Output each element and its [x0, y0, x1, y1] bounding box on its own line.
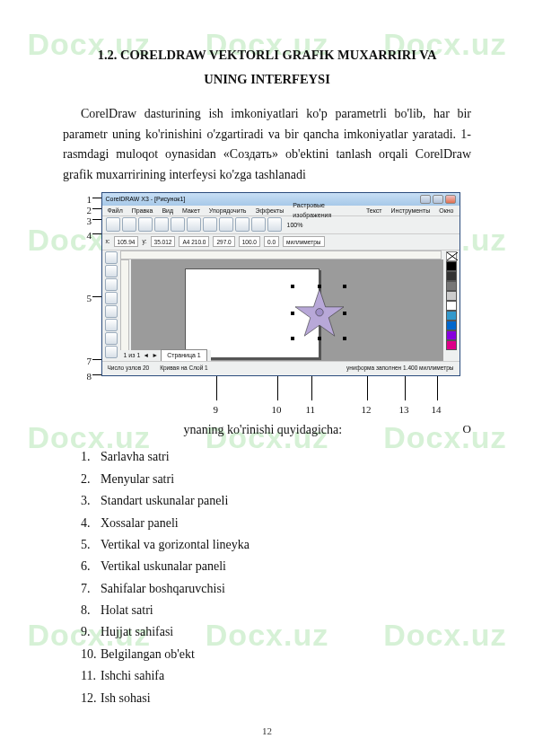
callout-8: 8	[87, 369, 92, 385]
undo-icon[interactable]	[219, 217, 233, 232]
export-icon[interactable]	[267, 217, 282, 232]
vertical-ruler	[120, 259, 129, 361]
swatch-darkgray[interactable]	[446, 271, 457, 281]
menu-file[interactable]: Файл	[108, 206, 123, 215]
callout-4: 4	[87, 228, 92, 244]
open-icon[interactable]	[122, 217, 136, 232]
menu-text[interactable]: Текст	[366, 206, 382, 215]
x-field[interactable]: 105.94	[114, 236, 139, 247]
list-item: 11.Ishchi sahifa	[81, 666, 471, 686]
paste-icon[interactable]	[203, 217, 217, 232]
swatch-lightgray[interactable]	[446, 291, 457, 301]
menu-edit[interactable]: Правка	[132, 206, 153, 215]
status-layer: Кривая на Слой 1	[160, 364, 208, 373]
list-item: 10.Belgilangan ob'ekt	[81, 645, 471, 664]
list-item: 9.Hujjat sahifasi	[81, 622, 471, 642]
callout-5: 5	[87, 291, 92, 307]
page-counter: 1 из 1	[124, 350, 141, 360]
status-nodes: Число узлов 20	[108, 364, 150, 373]
callout-13: 13	[399, 402, 409, 418]
freehand-tool-icon[interactable]	[105, 305, 118, 318]
menu-bitmaps[interactable]: Растровые изображения	[293, 200, 357, 220]
print-icon[interactable]	[154, 217, 169, 232]
shape-tool-icon[interactable]	[105, 265, 118, 277]
horizontal-ruler	[120, 251, 442, 259]
callout-3: 3	[87, 214, 92, 230]
callout-7: 7	[87, 354, 92, 370]
angle-field[interactable]: 0.0	[264, 236, 279, 247]
property-bar: x:105.94 y:35.012 A4 210.0 297.0 100.0 0…	[102, 234, 460, 251]
paper-field[interactable]: A4 210.0	[179, 236, 209, 247]
figure-caption: ynaning ko'rinishi quyidagicha:	[63, 420, 471, 440]
page-navigator: 1 из 1 ◄► Страница 1	[120, 350, 211, 361]
coreldraw-figure: 1 2 3 4 5 7 8 9 10 11 12 13 14 CorelDRAW…	[74, 192, 460, 417]
list-item: 6.Vertikal uskunalar paneli	[81, 557, 471, 576]
copy-icon[interactable]	[187, 217, 201, 232]
list-item: 2.Menyular satri	[81, 470, 471, 489]
interface-list: 1.Sarlavha satri 2.Menyular satri 3.Stan…	[81, 447, 471, 708]
zoom-tool-icon[interactable]	[105, 292, 118, 304]
menu-effects[interactable]: Эффекты	[256, 206, 285, 215]
cut-icon[interactable]	[171, 217, 185, 232]
height-field[interactable]: 297.0	[213, 236, 234, 247]
list-item: 1.Sarlavha satri	[81, 447, 471, 467]
coreldraw-window: CorelDRAW X3 - [Рисунок1] Файл Правка Ви…	[101, 192, 460, 376]
page-tab[interactable]: Страница 1	[161, 349, 207, 361]
standard-toolbar: 100%	[102, 216, 460, 234]
swatch-gray[interactable]	[446, 281, 457, 291]
intro-paragraph: CorelDraw dasturining ish imkoniyatlari …	[63, 104, 471, 185]
new-icon[interactable]	[106, 217, 120, 232]
polygon-tool-icon[interactable]	[105, 346, 118, 358]
zoom-field[interactable]: 100%	[287, 220, 303, 230]
swatch-black[interactable]	[446, 261, 457, 271]
crop-tool-icon[interactable]	[105, 278, 118, 291]
rectangle-tool-icon[interactable]	[105, 319, 118, 331]
swatch-magenta[interactable]	[446, 340, 457, 350]
minimize-button[interactable]	[420, 195, 431, 204]
pick-tool-icon[interactable]	[105, 251, 118, 264]
swatch-blue[interactable]	[446, 311, 457, 321]
svg-point-1	[315, 309, 322, 316]
list-item: 5.Vertikal va gorizontal lineyka	[81, 535, 471, 555]
menu-tools[interactable]: Инструменты	[391, 206, 431, 215]
close-button[interactable]	[445, 195, 456, 204]
ellipse-tool-icon[interactable]	[105, 332, 118, 345]
callout-14: 14	[432, 402, 442, 418]
heading-sub: UNING INTERFEYSI	[63, 69, 471, 90]
save-icon[interactable]	[138, 217, 153, 232]
redo-icon[interactable]	[235, 217, 249, 232]
selected-star-object[interactable]	[293, 286, 346, 340]
callout-9: 9	[214, 402, 219, 418]
list-item: 8.Holat satri	[81, 601, 471, 620]
swatch-purple[interactable]	[446, 330, 457, 340]
callout-12: 12	[362, 402, 372, 418]
swatch-white[interactable]	[446, 301, 457, 311]
title-bar: CorelDRAW X3 - [Рисунок1]	[102, 193, 460, 206]
menu-view[interactable]: Вид	[162, 206, 173, 215]
work-area[interactable]	[131, 259, 443, 361]
list-item: 7.Sahifalar boshqaruvchisi	[81, 579, 471, 599]
app-title: CorelDRAW X3 - [Рисунок1]	[106, 194, 186, 204]
maximize-button[interactable]	[433, 195, 443, 204]
heading-main: 1.2. CORELDRAW VEKTORLI GRAFIK MUXARRIRI…	[63, 45, 471, 66]
menu-layout[interactable]: Макет	[182, 206, 200, 215]
scale-field[interactable]: 100.0	[239, 236, 260, 247]
import-icon[interactable]	[251, 217, 266, 232]
y-field[interactable]: 35.012	[151, 236, 176, 247]
swatch-darkblue[interactable]	[446, 321, 457, 330]
callout-10: 10	[272, 402, 282, 418]
toolbox	[104, 251, 118, 361]
caption-letter: O	[463, 420, 471, 439]
list-item: 3.Standart uskunalar paneli	[81, 491, 471, 511]
color-palette	[445, 251, 458, 361]
menu-bar: Файл Правка Вид Макет Упорядочить Эффект…	[102, 206, 460, 216]
menu-arrange[interactable]: Упорядочить	[209, 206, 247, 215]
status-bar: Число узлов 20 Кривая на Слой 1 униформа…	[102, 361, 460, 375]
callout-11: 11	[306, 402, 316, 418]
units-field[interactable]: миллиметры	[283, 236, 324, 247]
status-fill: униформа заполнен 1.400 миллиметры	[346, 364, 453, 373]
menu-window[interactable]: Окно	[439, 206, 453, 215]
list-item: 12.Ish sohasi	[81, 689, 471, 708]
page-number: 12	[0, 724, 534, 740]
list-item: 4.Xossalar paneli	[81, 514, 471, 533]
